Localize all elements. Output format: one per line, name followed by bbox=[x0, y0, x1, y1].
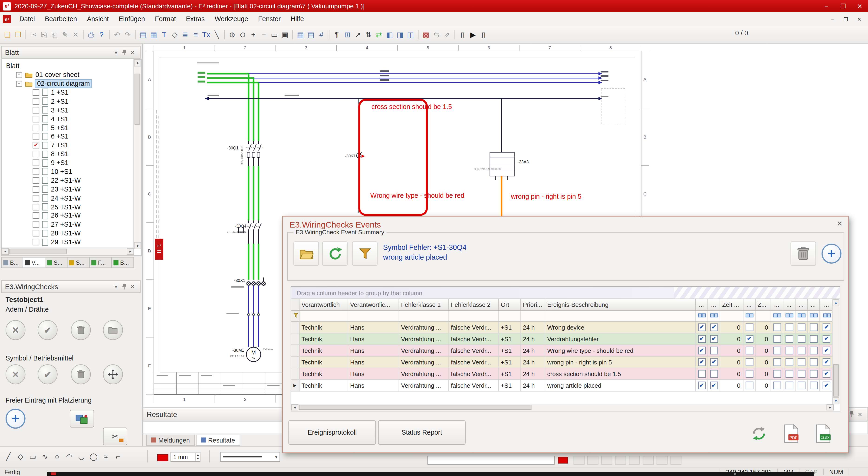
undo-icon[interactable]: ↶ bbox=[112, 29, 122, 40]
col-ereignis-beschreibung[interactable]: Ereignis-Beschreibung bbox=[545, 299, 695, 310]
delete-icon[interactable]: ✕ bbox=[70, 29, 81, 40]
increase-icon[interactable]: + bbox=[248, 29, 258, 40]
row-checkbox[interactable]: ✔ bbox=[698, 381, 705, 389]
chevron-down-icon[interactable]: ▾ bbox=[112, 282, 120, 291]
export-pdf-button[interactable]: PDF bbox=[780, 422, 802, 445]
col-fehlerklasse2[interactable]: Fehlerklasse 2 bbox=[448, 299, 498, 310]
sheet-page-item[interactable]: 1 +S1 bbox=[33, 88, 141, 97]
filter-cell[interactable] bbox=[720, 310, 743, 321]
decrease-icon[interactable]: − bbox=[258, 29, 269, 40]
tree-hscrollbar[interactable]: ◂ ▸ bbox=[2, 247, 134, 255]
Hans[interactable]: Technik Hans Verdrahtung ... falsche Ver… bbox=[291, 333, 834, 345]
terminals-30X1[interactable] bbox=[247, 277, 265, 286]
row-checkbox[interactable] bbox=[797, 323, 805, 331]
tree-folder-cover[interactable]: + 01-cover sheet bbox=[2, 70, 141, 79]
filter-checkbox-icon[interactable] bbox=[708, 310, 719, 321]
sheet-page-item[interactable]: 3 +S1 bbox=[33, 106, 141, 115]
col-flag7[interactable]: ... bbox=[807, 299, 819, 310]
filter-cell[interactable] bbox=[299, 310, 348, 321]
swap-icon[interactable]: ⇆ bbox=[431, 29, 442, 40]
format-icon[interactable] bbox=[643, 456, 654, 465]
row-checkbox[interactable]: ✔ bbox=[710, 323, 718, 331]
row-checkbox[interactable] bbox=[745, 381, 753, 389]
format-icon[interactable] bbox=[657, 456, 668, 465]
menu-item[interactable]: Einfügen bbox=[114, 12, 150, 26]
grid-vscrollbar[interactable]: ▲ ▼ bbox=[832, 299, 840, 405]
col-flag4[interactable]: ... bbox=[771, 299, 783, 310]
redo-icon[interactable]: ↷ bbox=[122, 29, 133, 40]
scroll-up-icon[interactable]: ▲ bbox=[134, 59, 141, 66]
filter-cell[interactable] bbox=[448, 310, 498, 321]
grid-icon[interactable]: ▦ bbox=[295, 29, 306, 40]
group-by-bar[interactable]: Drag a column header to group by that co… bbox=[291, 287, 840, 299]
row-checkbox[interactable] bbox=[797, 381, 805, 389]
wire-delete-button[interactable] bbox=[71, 320, 91, 340]
ereignisprotokoll-button[interactable]: Ereignisprotokoll bbox=[288, 420, 376, 445]
copy-icon[interactable]: ⎘ bbox=[39, 29, 49, 40]
breaker-30Q1[interactable] bbox=[246, 141, 262, 166]
page-checkbox[interactable] bbox=[33, 204, 39, 210]
menu-item[interactable]: Format bbox=[150, 12, 181, 26]
filter-checkbox-icon[interactable] bbox=[807, 310, 819, 321]
row-checkbox[interactable]: ✔ bbox=[823, 358, 830, 366]
page-checkbox[interactable] bbox=[33, 116, 39, 122]
page-checkbox[interactable] bbox=[33, 221, 39, 228]
row-checkbox[interactable] bbox=[745, 370, 753, 378]
tab-resultate[interactable]: Resultate bbox=[196, 435, 240, 446]
Hans[interactable]: Technik Hans Verdrahtung ... falsche Ver… bbox=[291, 368, 834, 379]
sheet-page-item[interactable]: 28 +S1-W bbox=[33, 229, 141, 238]
arc-icon[interactable]: ◠ bbox=[63, 450, 75, 462]
frame-icon[interactable]: ▦ bbox=[149, 29, 159, 40]
row-checkbox[interactable] bbox=[785, 370, 793, 378]
tab-sheets-1[interactable]: S... bbox=[45, 257, 67, 268]
row-checkbox[interactable] bbox=[785, 358, 793, 366]
text-icon[interactable]: T bbox=[159, 29, 169, 40]
menu-item[interactable]: Fenster bbox=[253, 12, 286, 26]
annotation-cross-section[interactable]: cross section should be 1.5 bbox=[372, 103, 452, 110]
polygon-icon[interactable]: ◇ bbox=[169, 29, 180, 40]
row-checkbox[interactable]: ✔ bbox=[823, 370, 830, 378]
arc-open-icon[interactable]: ◡ bbox=[75, 450, 87, 462]
pin-icon[interactable] bbox=[120, 282, 128, 291]
row-checkbox[interactable]: ✔ bbox=[710, 358, 718, 366]
place-image-button[interactable] bbox=[70, 410, 94, 427]
format-icon[interactable] bbox=[615, 456, 626, 465]
page-checkbox[interactable] bbox=[33, 168, 39, 175]
sheet-page-item[interactable]: 4 +S1 bbox=[33, 114, 141, 123]
format-icon[interactable] bbox=[601, 456, 613, 465]
col-z[interactable]: Z... bbox=[755, 299, 771, 310]
row-checkbox[interactable] bbox=[745, 346, 753, 354]
align-icon[interactable]: ≣ bbox=[180, 29, 190, 40]
zoom-in-icon[interactable]: ⊕ bbox=[227, 29, 238, 40]
scroll-thumb[interactable] bbox=[134, 74, 140, 125]
row-checkbox[interactable] bbox=[710, 346, 718, 354]
os-taskbar[interactable]: » bbox=[47, 472, 814, 476]
row-checkbox[interactable] bbox=[810, 323, 817, 331]
row-checkbox[interactable] bbox=[810, 358, 817, 366]
print-icon[interactable]: ⎙ bbox=[86, 29, 96, 40]
export-xlsx-button[interactable]: XLSX bbox=[812, 422, 834, 445]
sheet-page-item[interactable]: 2 +S1 bbox=[33, 97, 141, 106]
page-checkbox[interactable] bbox=[33, 186, 39, 193]
line-tool-icon[interactable]: ╲ bbox=[211, 29, 222, 40]
col-fehlerklasse1[interactable]: Fehlerklasse 1 bbox=[399, 299, 448, 310]
scroll-down-icon[interactable]: ▼ bbox=[833, 397, 839, 404]
sheet-page-item[interactable]: 26 +S1-W bbox=[33, 211, 141, 220]
plc-23A3[interactable] bbox=[490, 152, 515, 180]
add-event-button[interactable]: + bbox=[822, 244, 841, 264]
minimize-button[interactable]: – bbox=[818, 0, 835, 11]
sheet-page-item[interactable]: 9 +S1 bbox=[33, 158, 141, 167]
page-checkbox[interactable]: ✔ bbox=[33, 142, 39, 149]
col-flag8[interactable]: ... bbox=[819, 299, 834, 310]
menu-item[interactable]: Bearbeiten bbox=[40, 12, 82, 26]
page-checkbox[interactable] bbox=[33, 107, 39, 113]
row-checkbox[interactable]: ✔ bbox=[710, 335, 718, 343]
sheet-page-item[interactable]: ✔ 7 +S1 bbox=[33, 141, 141, 150]
sheet-page-item[interactable]: 29 +S1-W bbox=[33, 238, 141, 247]
line-color-swatch[interactable] bbox=[157, 454, 168, 462]
refresh-export-button[interactable] bbox=[748, 422, 770, 445]
filter-cell[interactable] bbox=[399, 310, 448, 321]
filter-cell[interactable] bbox=[755, 310, 771, 321]
page-checkbox[interactable] bbox=[33, 212, 39, 219]
row-checkbox[interactable] bbox=[797, 358, 805, 366]
